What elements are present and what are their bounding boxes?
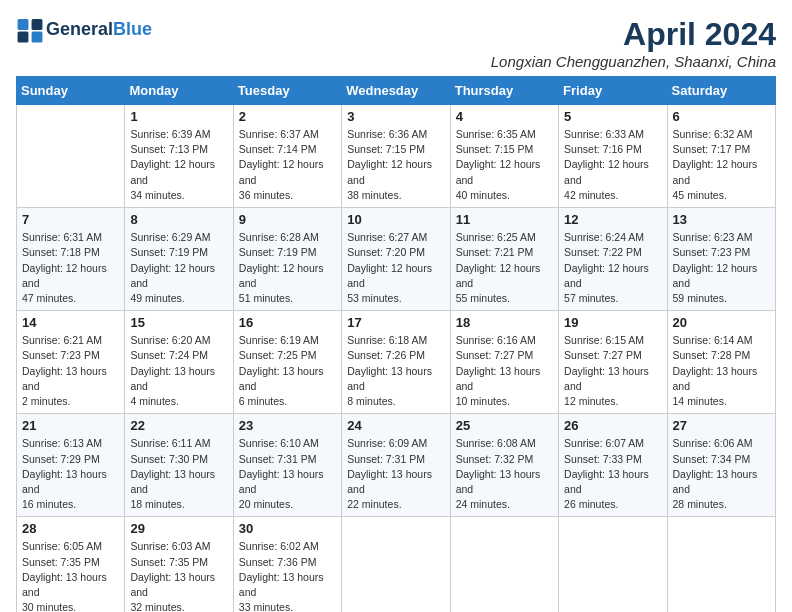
day-info: Sunrise: 6:25 AMSunset: 7:21 PMDaylight:… <box>456 230 553 306</box>
calendar-cell <box>17 105 125 208</box>
day-number: 6 <box>673 109 770 124</box>
calendar-week-row: 1Sunrise: 6:39 AMSunset: 7:13 PMDaylight… <box>17 105 776 208</box>
calendar-cell: 24Sunrise: 6:09 AMSunset: 7:31 PMDayligh… <box>342 414 450 517</box>
calendar-cell: 26Sunrise: 6:07 AMSunset: 7:33 PMDayligh… <box>559 414 667 517</box>
calendar-cell: 25Sunrise: 6:08 AMSunset: 7:32 PMDayligh… <box>450 414 558 517</box>
day-info: Sunrise: 6:18 AMSunset: 7:26 PMDaylight:… <box>347 333 444 409</box>
day-number: 2 <box>239 109 336 124</box>
calendar-cell <box>342 517 450 612</box>
day-number: 19 <box>564 315 661 330</box>
day-number: 29 <box>130 521 227 536</box>
day-number: 8 <box>130 212 227 227</box>
day-info: Sunrise: 6:28 AMSunset: 7:19 PMDaylight:… <box>239 230 336 306</box>
day-info: Sunrise: 6:20 AMSunset: 7:24 PMDaylight:… <box>130 333 227 409</box>
day-number: 27 <box>673 418 770 433</box>
day-number: 13 <box>673 212 770 227</box>
day-info: Sunrise: 6:07 AMSunset: 7:33 PMDaylight:… <box>564 436 661 512</box>
calendar-cell: 8Sunrise: 6:29 AMSunset: 7:19 PMDaylight… <box>125 208 233 311</box>
day-number: 7 <box>22 212 119 227</box>
calendar-cell: 12Sunrise: 6:24 AMSunset: 7:22 PMDayligh… <box>559 208 667 311</box>
calendar-week-row: 21Sunrise: 6:13 AMSunset: 7:29 PMDayligh… <box>17 414 776 517</box>
weekday-header: Thursday <box>450 77 558 105</box>
weekday-header: Wednesday <box>342 77 450 105</box>
day-info: Sunrise: 6:27 AMSunset: 7:20 PMDaylight:… <box>347 230 444 306</box>
day-number: 9 <box>239 212 336 227</box>
day-number: 16 <box>239 315 336 330</box>
calendar-cell: 15Sunrise: 6:20 AMSunset: 7:24 PMDayligh… <box>125 311 233 414</box>
day-number: 10 <box>347 212 444 227</box>
calendar-cell <box>559 517 667 612</box>
calendar-cell: 4Sunrise: 6:35 AMSunset: 7:15 PMDaylight… <box>450 105 558 208</box>
calendar-week-row: 14Sunrise: 6:21 AMSunset: 7:23 PMDayligh… <box>17 311 776 414</box>
day-info: Sunrise: 6:21 AMSunset: 7:23 PMDaylight:… <box>22 333 119 409</box>
calendar-header-row: SundayMondayTuesdayWednesdayThursdayFrid… <box>17 77 776 105</box>
location-text: Longxian Chengguanzhen, Shaanxi, China <box>491 53 776 70</box>
svg-rect-3 <box>18 32 29 43</box>
calendar-cell: 10Sunrise: 6:27 AMSunset: 7:20 PMDayligh… <box>342 208 450 311</box>
calendar-cell: 22Sunrise: 6:11 AMSunset: 7:30 PMDayligh… <box>125 414 233 517</box>
calendar-cell: 17Sunrise: 6:18 AMSunset: 7:26 PMDayligh… <box>342 311 450 414</box>
day-number: 18 <box>456 315 553 330</box>
day-info: Sunrise: 6:05 AMSunset: 7:35 PMDaylight:… <box>22 539 119 612</box>
calendar-cell: 13Sunrise: 6:23 AMSunset: 7:23 PMDayligh… <box>667 208 775 311</box>
calendar-week-row: 28Sunrise: 6:05 AMSunset: 7:35 PMDayligh… <box>17 517 776 612</box>
calendar-week-row: 7Sunrise: 6:31 AMSunset: 7:18 PMDaylight… <box>17 208 776 311</box>
weekday-header: Tuesday <box>233 77 341 105</box>
calendar-table: SundayMondayTuesdayWednesdayThursdayFrid… <box>16 76 776 612</box>
day-info: Sunrise: 6:08 AMSunset: 7:32 PMDaylight:… <box>456 436 553 512</box>
page-header: GeneralBlue April 2024 Longxian Chenggua… <box>16 16 776 70</box>
logo-icon <box>16 16 44 44</box>
day-number: 17 <box>347 315 444 330</box>
svg-rect-4 <box>32 32 43 43</box>
day-number: 1 <box>130 109 227 124</box>
day-info: Sunrise: 6:29 AMSunset: 7:19 PMDaylight:… <box>130 230 227 306</box>
day-number: 26 <box>564 418 661 433</box>
day-number: 23 <box>239 418 336 433</box>
calendar-cell <box>450 517 558 612</box>
day-info: Sunrise: 6:09 AMSunset: 7:31 PMDaylight:… <box>347 436 444 512</box>
day-info: Sunrise: 6:13 AMSunset: 7:29 PMDaylight:… <box>22 436 119 512</box>
svg-rect-2 <box>32 19 43 30</box>
weekday-header: Sunday <box>17 77 125 105</box>
day-number: 25 <box>456 418 553 433</box>
weekday-header: Friday <box>559 77 667 105</box>
day-info: Sunrise: 6:24 AMSunset: 7:22 PMDaylight:… <box>564 230 661 306</box>
day-number: 4 <box>456 109 553 124</box>
day-info: Sunrise: 6:32 AMSunset: 7:17 PMDaylight:… <box>673 127 770 203</box>
day-info: Sunrise: 6:37 AMSunset: 7:14 PMDaylight:… <box>239 127 336 203</box>
day-number: 12 <box>564 212 661 227</box>
day-number: 3 <box>347 109 444 124</box>
calendar-cell: 7Sunrise: 6:31 AMSunset: 7:18 PMDaylight… <box>17 208 125 311</box>
calendar-cell: 6Sunrise: 6:32 AMSunset: 7:17 PMDaylight… <box>667 105 775 208</box>
day-number: 14 <box>22 315 119 330</box>
calendar-cell: 19Sunrise: 6:15 AMSunset: 7:27 PMDayligh… <box>559 311 667 414</box>
calendar-cell: 14Sunrise: 6:21 AMSunset: 7:23 PMDayligh… <box>17 311 125 414</box>
calendar-cell: 18Sunrise: 6:16 AMSunset: 7:27 PMDayligh… <box>450 311 558 414</box>
weekday-header: Monday <box>125 77 233 105</box>
day-number: 15 <box>130 315 227 330</box>
day-number: 28 <box>22 521 119 536</box>
day-info: Sunrise: 6:31 AMSunset: 7:18 PMDaylight:… <box>22 230 119 306</box>
calendar-cell: 2Sunrise: 6:37 AMSunset: 7:14 PMDaylight… <box>233 105 341 208</box>
day-info: Sunrise: 6:36 AMSunset: 7:15 PMDaylight:… <box>347 127 444 203</box>
weekday-header: Saturday <box>667 77 775 105</box>
logo: GeneralBlue <box>16 16 152 44</box>
svg-rect-1 <box>18 19 29 30</box>
calendar-cell: 23Sunrise: 6:10 AMSunset: 7:31 PMDayligh… <box>233 414 341 517</box>
day-number: 30 <box>239 521 336 536</box>
calendar-cell: 3Sunrise: 6:36 AMSunset: 7:15 PMDaylight… <box>342 105 450 208</box>
day-number: 20 <box>673 315 770 330</box>
day-info: Sunrise: 6:02 AMSunset: 7:36 PMDaylight:… <box>239 539 336 612</box>
day-info: Sunrise: 6:39 AMSunset: 7:13 PMDaylight:… <box>130 127 227 203</box>
day-info: Sunrise: 6:33 AMSunset: 7:16 PMDaylight:… <box>564 127 661 203</box>
calendar-cell: 5Sunrise: 6:33 AMSunset: 7:16 PMDaylight… <box>559 105 667 208</box>
day-info: Sunrise: 6:03 AMSunset: 7:35 PMDaylight:… <box>130 539 227 612</box>
calendar-cell: 20Sunrise: 6:14 AMSunset: 7:28 PMDayligh… <box>667 311 775 414</box>
title-area: April 2024 Longxian Chengguanzhen, Shaan… <box>491 16 776 70</box>
calendar-cell: 1Sunrise: 6:39 AMSunset: 7:13 PMDaylight… <box>125 105 233 208</box>
month-title: April 2024 <box>491 16 776 53</box>
day-number: 5 <box>564 109 661 124</box>
calendar-cell: 30Sunrise: 6:02 AMSunset: 7:36 PMDayligh… <box>233 517 341 612</box>
calendar-cell: 29Sunrise: 6:03 AMSunset: 7:35 PMDayligh… <box>125 517 233 612</box>
calendar-cell: 16Sunrise: 6:19 AMSunset: 7:25 PMDayligh… <box>233 311 341 414</box>
